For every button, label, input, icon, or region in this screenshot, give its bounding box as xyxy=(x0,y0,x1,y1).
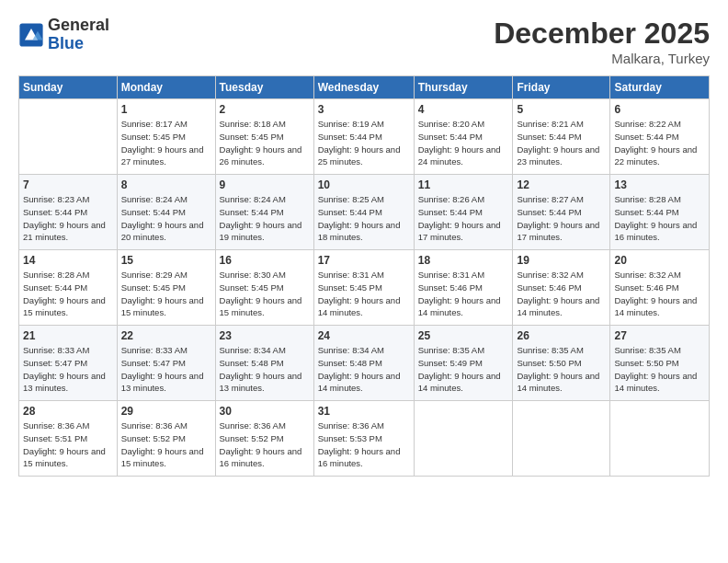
page-container: General Blue December 2025 Malkara, Turk… xyxy=(0,0,728,563)
col-header-sunday: Sunday xyxy=(19,76,118,99)
col-header-saturday: Saturday xyxy=(610,76,710,99)
calendar-cell: 24Sunrise: 8:34 AMSunset: 5:48 PMDayligh… xyxy=(313,326,414,401)
day-info: Sunrise: 8:26 AMSunset: 5:44 PMDaylight:… xyxy=(418,193,509,244)
day-info: Sunrise: 8:18 AMSunset: 5:45 PMDaylight:… xyxy=(220,118,310,168)
day-info: Sunrise: 8:33 AMSunset: 5:47 PMDaylight:… xyxy=(121,344,211,395)
day-info: Sunrise: 8:25 AMSunset: 5:44 PMDaylight:… xyxy=(318,193,410,244)
day-info: Sunrise: 8:31 AMSunset: 5:45 PMDaylight:… xyxy=(318,269,410,319)
day-number: 5 xyxy=(517,103,606,116)
day-number: 3 xyxy=(318,103,410,116)
day-info: Sunrise: 8:30 AMSunset: 5:45 PMDaylight:… xyxy=(220,269,310,319)
day-info: Sunrise: 8:24 AMSunset: 5:44 PMDaylight:… xyxy=(121,193,211,244)
month-title: December 2025 xyxy=(494,17,710,51)
calendar-cell: 16Sunrise: 8:30 AMSunset: 5:45 PMDayligh… xyxy=(215,250,313,326)
calendar-cell: 23Sunrise: 8:34 AMSunset: 5:48 PMDayligh… xyxy=(215,326,313,401)
day-number: 22 xyxy=(121,329,211,342)
day-number: 16 xyxy=(220,254,310,267)
logo: General Blue xyxy=(18,17,109,53)
col-header-tuesday: Tuesday xyxy=(215,76,313,99)
day-number: 19 xyxy=(517,254,606,267)
day-number: 26 xyxy=(517,329,606,342)
day-number: 21 xyxy=(23,329,113,342)
calendar-week-4: 21Sunrise: 8:33 AMSunset: 5:47 PMDayligh… xyxy=(19,326,710,401)
calendar-cell xyxy=(610,401,710,477)
day-number: 13 xyxy=(614,178,705,191)
calendar-cell: 9Sunrise: 8:24 AMSunset: 5:44 PMDaylight… xyxy=(215,175,313,250)
day-info: Sunrise: 8:28 AMSunset: 5:44 PMDaylight:… xyxy=(23,269,113,319)
day-number: 28 xyxy=(23,405,113,418)
calendar-cell: 22Sunrise: 8:33 AMSunset: 5:47 PMDayligh… xyxy=(117,326,215,401)
logo-text: General Blue xyxy=(48,17,109,53)
day-number: 12 xyxy=(517,178,606,191)
day-number: 6 xyxy=(614,103,705,116)
calendar-cell: 6Sunrise: 8:22 AMSunset: 5:44 PMDaylight… xyxy=(610,99,710,175)
calendar-cell: 31Sunrise: 8:36 AMSunset: 5:53 PMDayligh… xyxy=(313,401,414,477)
day-number: 31 xyxy=(318,405,410,418)
day-number: 24 xyxy=(318,329,410,342)
calendar-cell: 4Sunrise: 8:20 AMSunset: 5:44 PMDaylight… xyxy=(414,99,513,175)
calendar-cell: 21Sunrise: 8:33 AMSunset: 5:47 PMDayligh… xyxy=(19,326,118,401)
calendar-cell: 14Sunrise: 8:28 AMSunset: 5:44 PMDayligh… xyxy=(19,250,118,326)
location: Malkara, Turkey xyxy=(494,51,710,66)
calendar-cell: 8Sunrise: 8:24 AMSunset: 5:44 PMDaylight… xyxy=(117,175,215,250)
day-number: 4 xyxy=(418,103,509,116)
day-info: Sunrise: 8:20 AMSunset: 5:44 PMDaylight:… xyxy=(418,118,509,168)
day-info: Sunrise: 8:36 AMSunset: 5:52 PMDaylight:… xyxy=(220,419,310,470)
calendar-cell: 30Sunrise: 8:36 AMSunset: 5:52 PMDayligh… xyxy=(215,401,313,477)
day-info: Sunrise: 8:34 AMSunset: 5:48 PMDaylight:… xyxy=(318,344,410,395)
day-number: 7 xyxy=(23,178,113,191)
day-number: 30 xyxy=(220,405,310,418)
logo-blue: Blue xyxy=(48,35,109,53)
calendar-cell: 26Sunrise: 8:35 AMSunset: 5:50 PMDayligh… xyxy=(513,326,610,401)
calendar-cell: 11Sunrise: 8:26 AMSunset: 5:44 PMDayligh… xyxy=(414,175,513,250)
calendar-cell xyxy=(414,401,513,477)
day-info: Sunrise: 8:23 AMSunset: 5:44 PMDaylight:… xyxy=(23,193,113,244)
day-number: 2 xyxy=(220,103,310,116)
calendar-week-1: 1Sunrise: 8:17 AMSunset: 5:45 PMDaylight… xyxy=(19,99,710,175)
calendar-cell xyxy=(513,401,610,477)
calendar-cell: 27Sunrise: 8:35 AMSunset: 5:50 PMDayligh… xyxy=(610,326,710,401)
col-header-monday: Monday xyxy=(117,76,215,99)
day-info: Sunrise: 8:24 AMSunset: 5:44 PMDaylight:… xyxy=(220,193,310,244)
calendar-cell: 17Sunrise: 8:31 AMSunset: 5:45 PMDayligh… xyxy=(313,250,414,326)
day-number: 23 xyxy=(220,329,310,342)
day-number: 20 xyxy=(614,254,705,267)
calendar-cell: 13Sunrise: 8:28 AMSunset: 5:44 PMDayligh… xyxy=(610,175,710,250)
logo-general: General xyxy=(48,17,109,35)
day-info: Sunrise: 8:36 AMSunset: 5:52 PMDaylight:… xyxy=(121,419,211,470)
day-info: Sunrise: 8:29 AMSunset: 5:45 PMDaylight:… xyxy=(121,269,211,319)
day-info: Sunrise: 8:22 AMSunset: 5:44 PMDaylight:… xyxy=(614,118,705,168)
calendar-week-5: 28Sunrise: 8:36 AMSunset: 5:51 PMDayligh… xyxy=(19,401,710,477)
calendar-cell: 10Sunrise: 8:25 AMSunset: 5:44 PMDayligh… xyxy=(313,175,414,250)
day-info: Sunrise: 8:31 AMSunset: 5:46 PMDaylight:… xyxy=(418,269,509,319)
day-info: Sunrise: 8:35 AMSunset: 5:50 PMDaylight:… xyxy=(614,344,705,395)
title-block: December 2025 Malkara, Turkey xyxy=(494,17,710,66)
day-info: Sunrise: 8:35 AMSunset: 5:49 PMDaylight:… xyxy=(418,344,509,395)
calendar-table: SundayMondayTuesdayWednesdayThursdayFrid… xyxy=(18,75,710,477)
calendar-cell: 15Sunrise: 8:29 AMSunset: 5:45 PMDayligh… xyxy=(117,250,215,326)
day-info: Sunrise: 8:33 AMSunset: 5:47 PMDaylight:… xyxy=(23,344,113,395)
day-info: Sunrise: 8:28 AMSunset: 5:44 PMDaylight:… xyxy=(614,193,705,244)
day-info: Sunrise: 8:36 AMSunset: 5:53 PMDaylight:… xyxy=(318,419,410,470)
day-info: Sunrise: 8:17 AMSunset: 5:45 PMDaylight:… xyxy=(121,118,211,168)
header: General Blue December 2025 Malkara, Turk… xyxy=(18,17,710,66)
day-number: 17 xyxy=(318,254,410,267)
col-header-thursday: Thursday xyxy=(414,76,513,99)
calendar-cell: 2Sunrise: 8:18 AMSunset: 5:45 PMDaylight… xyxy=(215,99,313,175)
col-header-wednesday: Wednesday xyxy=(313,76,414,99)
day-number: 11 xyxy=(418,178,509,191)
calendar-cell: 19Sunrise: 8:32 AMSunset: 5:46 PMDayligh… xyxy=(513,250,610,326)
calendar-cell xyxy=(19,99,118,175)
day-number: 15 xyxy=(121,254,211,267)
calendar-cell: 29Sunrise: 8:36 AMSunset: 5:52 PMDayligh… xyxy=(117,401,215,477)
day-info: Sunrise: 8:36 AMSunset: 5:51 PMDaylight:… xyxy=(23,419,113,470)
day-info: Sunrise: 8:32 AMSunset: 5:46 PMDaylight:… xyxy=(517,269,606,319)
day-number: 10 xyxy=(318,178,410,191)
calendar-header-row: SundayMondayTuesdayWednesdayThursdayFrid… xyxy=(19,76,710,99)
day-number: 8 xyxy=(121,178,211,191)
logo-icon xyxy=(18,22,44,48)
day-number: 14 xyxy=(23,254,113,267)
day-number: 1 xyxy=(121,103,211,116)
day-number: 9 xyxy=(220,178,310,191)
calendar-cell: 18Sunrise: 8:31 AMSunset: 5:46 PMDayligh… xyxy=(414,250,513,326)
